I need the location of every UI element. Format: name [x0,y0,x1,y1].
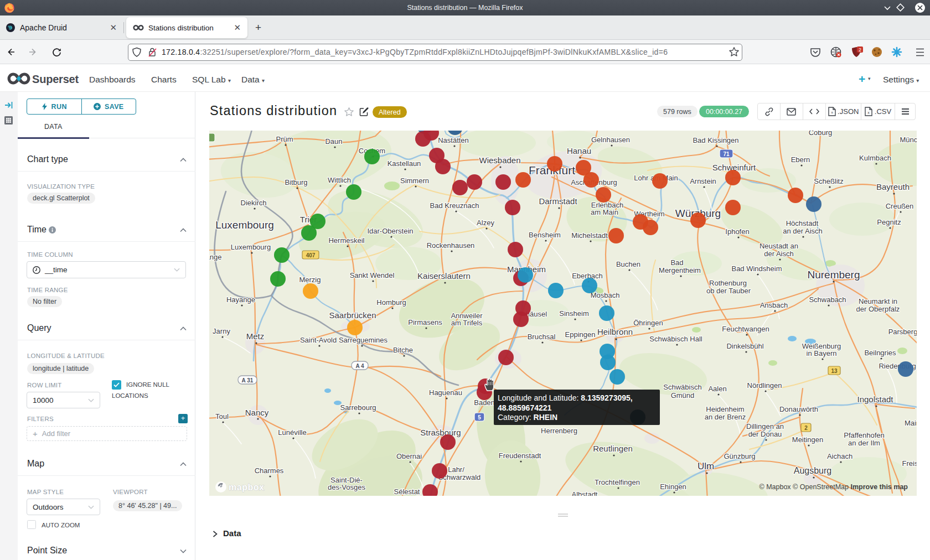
svg-text:Feuchtwangen: Feuchtwangen [722,325,769,333]
svg-text:Parsberg: Parsberg [888,328,917,336]
svg-text:Bad Kissingen: Bad Kissingen [693,136,738,144]
svg-text:5: 5 [478,414,481,421]
svg-text:Homburg: Homburg [376,298,406,307]
svg-text:48.8859674221: 48.8859674221 [498,403,552,412]
svg-text:Kaiserslautern: Kaiserslautern [417,271,471,281]
svg-text:an der Brenz: an der Brenz [705,413,746,421]
svg-text:Creußen: Creußen [886,202,914,210]
svg-text:Rothenburg: Rothenburg [709,279,747,287]
svg-text:Bensheim: Bensheim [529,231,561,239]
svg-text:Metz: Metz [246,331,265,341]
svg-text:der Aisch: der Aisch [764,250,793,258]
svg-text:der Oberpfalz: der Oberpfalz [856,305,900,313]
svg-text:an der Ilm: an der Ilm [848,439,880,447]
svg-text:mapbox: mapbox [229,483,264,492]
svg-text:Bad Kreuznach: Bad Kreuznach [430,201,479,210]
svg-text:Ingolstadt: Ingolstadt [857,395,893,404]
svg-text:am Main: am Main [591,208,618,216]
svg-text:Öhringen: Öhringen [633,319,663,327]
svg-text:Category: RHEIN: Category: RHEIN [498,413,557,422]
svg-text:Scheßlitz: Scheßlitz [814,177,843,185]
svg-text:Reutlingen: Reutlingen [593,444,633,453]
svg-text:Arnstein: Arnstein [690,177,716,185]
svg-text:Schwäbisch: Schwäbisch [663,383,701,391]
svg-text:Prüm: Prüm [276,135,293,143]
svg-text:Pirmasens: Pirmasens [408,318,442,326]
svg-text:Wittlich: Wittlich [328,176,351,184]
svg-text:Hayange: Hayange [226,295,255,304]
svg-text:Lahr/: Lahr/ [448,465,464,474]
svg-text:Saint-Avold: Saint-Avold [300,336,337,344]
svg-text:Gelnhausen: Gelnhausen [591,136,630,144]
svg-text:Sélestat: Sélestat [394,488,420,496]
svg-text:Mergentheim: Mergentheim [659,266,701,274]
svg-text:Freudenstadt: Freudenstadt [499,452,541,460]
svg-text:Pegnitz: Pegnitz [877,218,901,226]
svg-text:Rockenhausen: Rockenhausen [427,241,475,250]
svg-text:ange: ange [209,253,221,261]
svg-text:x: x [868,111,870,115]
svg-text:2: 2 [804,425,808,431]
svg-text:Hanau: Hanau [567,146,591,155]
svg-text:Diekirch: Diekirch [241,199,267,207]
svg-text:13: 13 [831,368,838,374]
svg-text:Bruchsal: Bruchsal [528,333,556,341]
svg-text:Nuremberg: Nuremberg [807,269,860,281]
svg-text:Jarny: Jarny [213,327,230,335]
svg-text:Nancy: Nancy [245,408,269,417]
svg-text:Luxembourg: Luxembourg [215,219,274,231]
svg-text:© Mapbox © OpenStreetMap Impro: © Mapbox © OpenStreetMap Improve this ma… [759,483,908,491]
svg-text:Gmünd: Gmünd [671,391,695,400]
svg-text:Herrenberg: Herrenberg [541,427,577,435]
svg-text:Darmstadt: Darmstadt [539,196,577,206]
svg-text:Neustadt an: Neustadt an [760,242,798,250]
svg-text:Trochtelfingen: Trochtelfingen [595,478,640,486]
svg-text:Main: Main [905,419,917,427]
svg-text:Freis: Freis [902,459,917,468]
svg-text:Ulm: Ulm [698,461,714,471]
svg-text:2: 2 [859,47,861,53]
svg-text:Sinsheim: Sinsheim [559,309,588,318]
svg-text:Kulmbach: Kulmbach [859,154,891,162]
svg-text:Nastätten: Nastätten [438,136,469,144]
svg-text:ob der Tauber: ob der Tauber [706,287,751,295]
svg-text:Bayreuth: Bayreuth [876,182,910,191]
svg-text:Beilngries: Beilngries [864,349,896,357]
svg-text:Sarreguemines: Sarreguemines [339,336,388,344]
svg-text:Charmes: Charmes [255,466,284,475]
svg-text:in Bayern: in Bayern [807,349,837,357]
svg-text:Longitude and Latitude: 8.1359: Longitude and Latitude: 8.1359273095, [498,393,633,402]
svg-text:Ehingen: Ehingen [660,483,686,491]
svg-text:Sarrebourg: Sarrebourg [340,403,376,412]
svg-text:Münch: Münch [900,136,917,144]
svg-text:Buchen: Buchen [616,260,640,268]
svg-text:Günzburg: Günzburg [724,452,755,460]
svg-text:Dinkelsbühl: Dinkelsbühl [726,342,763,350]
svg-text:Meitingen: Meitingen [792,435,823,444]
svg-text:Strasbourg: Strasbourg [420,428,461,437]
svg-text:Hermeskeil: Hermeskeil [328,236,364,245]
svg-text:Wiesbaden: Wiesbaden [479,155,520,165]
svg-text:der Donau: der Donau [748,430,782,438]
svg-text:Kastellaun: Kastellaun [388,159,421,168]
svg-text:Neumarkt in: Neumarkt in [859,297,897,305]
svg-text:Augsburg: Augsburg [794,466,832,475]
svg-text:Daun: Daun [325,137,342,146]
svg-text:407: 407 [306,252,316,258]
svg-text:Mosbach: Mosbach [591,291,620,299]
svg-text:Ebern: Ebern [791,155,810,164]
svg-text:Toul: Toul [215,412,229,421]
svg-text:A 4: A 4 [355,363,364,369]
svg-text:Schwabach: Schwabach [809,295,846,304]
svg-text:Sankt Wendel: Sankt Wendel [350,271,395,279]
svg-text:Pfaffenhofen: Pfaffenhofen [844,431,885,439]
svg-text:Alzey: Alzey [477,219,494,227]
svg-text:71: 71 [723,151,730,157]
svg-text:Donauwörth: Donauwörth [779,405,818,413]
svg-text:≡: ≡ [830,111,833,115]
svg-text:Lunéville: Lunéville [278,428,306,437]
svg-text:Simmern: Simmern [400,177,429,185]
svg-text:Obernai: Obernai [396,452,422,460]
svg-text:Coburg: Coburg [809,131,833,137]
svg-text:Höchstadt: Höchstadt [786,219,819,227]
